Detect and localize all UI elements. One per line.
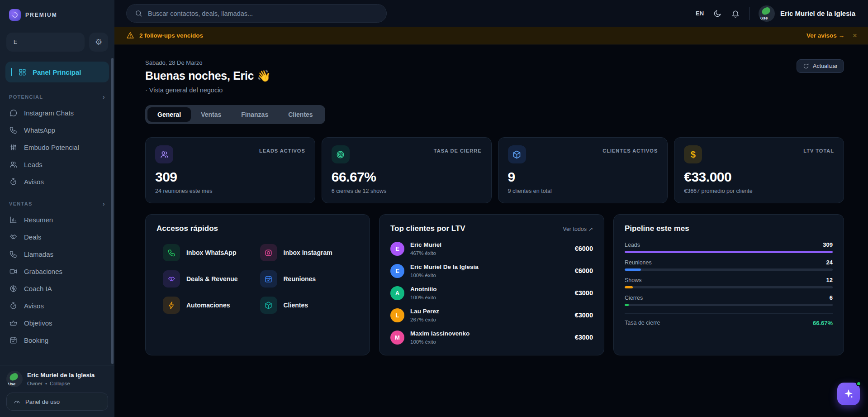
phone-icon bbox=[9, 126, 18, 134]
view-alerts-link[interactable]: Ver avisos → bbox=[806, 32, 844, 39]
sidebar-item-grabaciones[interactable]: Grabaciones bbox=[0, 263, 114, 280]
progress-track bbox=[625, 251, 833, 253]
overview-tabs: General Ventas Finanzas Clientes bbox=[145, 105, 325, 124]
quick-link-clientes[interactable]: Clientes bbox=[260, 297, 353, 314]
timer-icon bbox=[9, 302, 18, 310]
client-row[interactable]: E Eric Muriel De la Iglesia100% éxito €6… bbox=[390, 263, 593, 279]
tab-general[interactable]: General bbox=[147, 107, 191, 122]
avatar: M bbox=[390, 331, 404, 345]
stat-card-leads-activos: LEADS ACTIVOS 309 24 reuniones este mes bbox=[145, 137, 315, 203]
sidebar-item-label: Llamadas bbox=[24, 250, 53, 258]
sidebar-scrollbar[interactable] bbox=[111, 58, 114, 364]
sidebar-item-label: WhatsApp bbox=[24, 126, 55, 134]
theme-toggle-button[interactable] bbox=[713, 9, 722, 18]
client-row[interactable]: L Lau Perez267% éxito €3000 bbox=[390, 307, 593, 323]
client-ltv: €3000 bbox=[575, 312, 593, 319]
sidebar-item-booking[interactable]: Booking bbox=[0, 331, 114, 349]
divider bbox=[749, 7, 749, 20]
gear-icon: ⚙ bbox=[95, 37, 102, 47]
sidebar-item-panel-principal[interactable]: Panel Principal bbox=[5, 62, 109, 82]
timer-icon bbox=[9, 177, 18, 186]
user-role: Owner bbox=[27, 381, 43, 386]
phone-icon bbox=[9, 250, 18, 259]
pipeline-row-leads: Leads309 bbox=[625, 241, 833, 253]
sidebar-item-resumen[interactable]: Resumen bbox=[0, 211, 114, 228]
stat-value: 9 bbox=[508, 169, 658, 185]
close-icon[interactable]: × bbox=[853, 32, 857, 39]
stat-label: LTV TOTAL bbox=[803, 148, 834, 153]
pipeline-row-cierres: Cierres6 bbox=[625, 294, 833, 306]
video-camera-icon bbox=[9, 267, 18, 276]
quick-link-inbox-whatsapp[interactable]: Inbox WhatsApp bbox=[163, 244, 256, 261]
quick-link-deals-revenue[interactable]: Deals & Revenue bbox=[163, 270, 256, 288]
sidebar-item-label: Leads bbox=[24, 161, 43, 168]
sidebar-item-llamadas[interactable]: Llamadas bbox=[0, 245, 114, 263]
collapse-link[interactable]: Collapse bbox=[50, 381, 70, 386]
lightning-icon bbox=[163, 297, 180, 314]
pipeline-label: Cierres bbox=[625, 295, 643, 301]
stats-row: LEADS ACTIVOS 309 24 reuniones este mes … bbox=[145, 137, 844, 203]
quick-access-card: Accesos rápidos Inbox WhatsApp Inbox Ins… bbox=[145, 214, 370, 355]
avatar-initial: A bbox=[395, 290, 399, 297]
progress-fill bbox=[625, 268, 641, 271]
sidebar-item-coach-ia[interactable]: Coach IA bbox=[0, 280, 114, 297]
progress-fill bbox=[625, 304, 629, 306]
sidebar-item-label: Grabaciones bbox=[24, 268, 62, 275]
quick-link-automaciones[interactable]: Automaciones bbox=[163, 297, 256, 314]
cube-icon bbox=[260, 297, 277, 314]
sidebar-item-deals[interactable]: Deals bbox=[0, 228, 114, 245]
sidebar-search-input[interactable]: E bbox=[6, 33, 85, 52]
sidebar-item-leads[interactable]: Leads bbox=[0, 156, 114, 173]
stat-label: TASA DE CIERRE bbox=[434, 148, 482, 153]
client-row[interactable]: A Anotniiio100% éxito €3000 bbox=[390, 285, 593, 301]
quick-link-reuniones[interactable]: Reuniones bbox=[260, 270, 353, 288]
alert-message: 2 follow-ups vencidos bbox=[139, 32, 203, 39]
refresh-button[interactable]: Actualizar bbox=[797, 59, 844, 73]
client-row[interactable]: M Maxim Iassinovenko100% éxito €3000 bbox=[390, 329, 593, 345]
quick-link-inbox-instagram[interactable]: Inbox Instagram bbox=[260, 244, 353, 261]
sidebar-item-avisos-ventas[interactable]: Avisos bbox=[0, 297, 114, 314]
sidebar-section-ventas: VENTAS › bbox=[0, 190, 114, 211]
search-icon bbox=[135, 10, 142, 17]
client-name: Maxim Iassinovenko bbox=[410, 330, 470, 337]
usage-panel-button[interactable]: Panel de uso bbox=[6, 393, 108, 411]
client-ltv: €6000 bbox=[575, 245, 593, 252]
sidebar-item-avisos[interactable]: Avisos bbox=[0, 173, 114, 190]
view-all-link[interactable]: Ver todos ↗ bbox=[563, 225, 593, 232]
tab-ventas[interactable]: Ventas bbox=[191, 107, 231, 122]
client-row[interactable]: E Eric Muriel467% éxito €6000 bbox=[390, 240, 593, 257]
section-label: POTENCIAL bbox=[9, 94, 43, 100]
sidebar-item-whatsapp[interactable]: WhatsApp bbox=[0, 121, 114, 139]
sidebar-item-instagram-chats[interactable]: Instagram Chats bbox=[0, 104, 114, 121]
sidebar-search-row: E ⚙ bbox=[0, 28, 114, 54]
avatar: E bbox=[390, 264, 404, 278]
stat-value: 66.67% bbox=[332, 169, 482, 185]
sidebar-user[interactable]: Use Eric Muriel de la Iglesia Owner • Co… bbox=[6, 371, 108, 387]
calendar-icon bbox=[260, 270, 277, 288]
sidebar-item-embudo-potencial[interactable]: Embudo Potencial bbox=[0, 139, 114, 156]
chevron-right-icon[interactable]: › bbox=[103, 95, 105, 99]
brand-logo-icon bbox=[9, 9, 21, 21]
ai-assistant-button[interactable] bbox=[837, 383, 860, 405]
tab-finanzas[interactable]: Finanzas bbox=[231, 107, 278, 122]
global-search-input[interactable]: Buscar contactos, deals, llamadas... bbox=[126, 4, 387, 23]
tab-clientes[interactable]: Clientes bbox=[278, 107, 323, 122]
avatar: E bbox=[390, 242, 404, 256]
client-success-rate: 100% éxito bbox=[410, 339, 436, 345]
chevron-right-icon[interactable]: › bbox=[103, 201, 105, 206]
quick-link-label: Clientes bbox=[284, 302, 308, 309]
moon-icon bbox=[713, 9, 722, 18]
notifications-button[interactable] bbox=[731, 9, 740, 18]
stat-subtext: €3667 promedio por cliente bbox=[684, 188, 834, 194]
sidebar-item-label: Instagram Chats bbox=[24, 109, 74, 117]
stat-label: CLIENTES ACTIVOS bbox=[602, 148, 658, 153]
quick-link-label: Reuniones bbox=[284, 275, 316, 283]
client-ltv: €3000 bbox=[575, 289, 593, 297]
sidebar-settings-button[interactable]: ⚙ bbox=[89, 33, 108, 52]
topbar-right: EN Use Eric Muriel de la Iglesia bbox=[696, 5, 855, 22]
language-button[interactable]: EN bbox=[696, 10, 704, 17]
topbar-user-menu[interactable]: Use Eric Muriel de la Iglesia bbox=[759, 5, 855, 22]
sidebar-item-objetivos[interactable]: Objetivos bbox=[0, 314, 114, 331]
target-icon bbox=[332, 145, 350, 163]
pipeline-value: 12 bbox=[826, 277, 833, 283]
